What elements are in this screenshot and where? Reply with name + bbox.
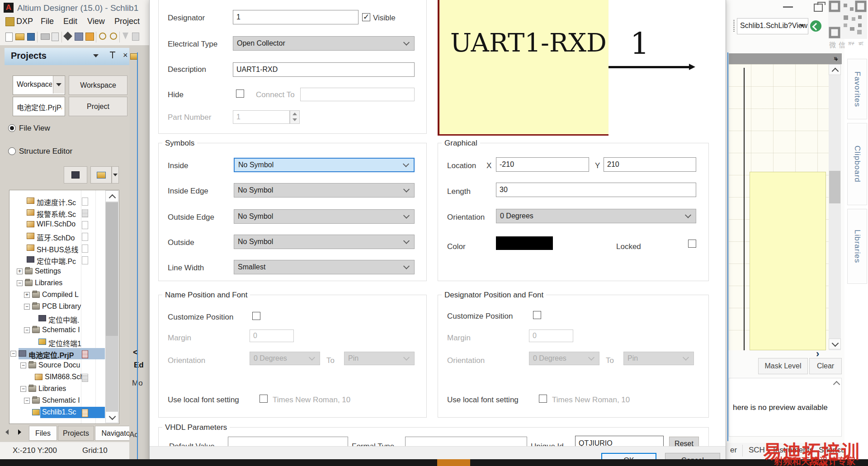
- use-local-font-checkbox[interactable]: [539, 395, 547, 403]
- tree-item-project[interactable]: − 电池定位.PrjP: [9, 348, 105, 360]
- menu-dxp[interactable]: DXP: [16, 17, 33, 26]
- tree-item[interactable]: WIFI.SchDo: [9, 219, 105, 231]
- tree-item[interactable]: 加速度计.Sc: [9, 195, 105, 207]
- zoom-out-icon[interactable]: [110, 33, 117, 40]
- workspace-button[interactable]: Workspace: [69, 75, 127, 95]
- expand-toggle[interactable]: +: [24, 292, 30, 298]
- window-icon[interactable]: [85, 33, 94, 41]
- library-icon[interactable]: [75, 33, 83, 41]
- tree-item[interactable]: 定位中端.Pc: [9, 254, 105, 266]
- expand-toggle[interactable]: −: [17, 280, 23, 286]
- clear-button[interactable]: Clear: [809, 358, 842, 374]
- tab-libraries[interactable]: Libraries: [847, 209, 867, 284]
- visible-checkbox[interactable]: [362, 13, 370, 21]
- tree-item[interactable]: 定位终端1: [9, 336, 105, 348]
- menu-sch[interactable]: SCH: [749, 446, 765, 455]
- open-document-button[interactable]: [90, 166, 112, 184]
- panel-menu-icon[interactable]: [93, 54, 99, 57]
- file-view-radio[interactable]: [8, 124, 16, 132]
- tab-scroll-left-icon[interactable]: [5, 429, 9, 435]
- expand-toggle[interactable]: −: [24, 304, 30, 310]
- expand-toggle[interactable]: −: [24, 327, 30, 333]
- new-document-icon[interactable]: [5, 33, 13, 42]
- inside-dropdown[interactable]: No Symbol: [234, 158, 415, 172]
- project-dropdown[interactable]: 电池定位.PrjPc: [13, 97, 65, 116]
- canvas-scroll-thumb[interactable]: [829, 171, 840, 203]
- margin-input[interactable]: 0: [250, 329, 294, 342]
- menu-file[interactable]: File: [41, 17, 54, 26]
- save-icon[interactable]: [27, 33, 35, 41]
- electrical-type-dropdown[interactable]: Open Collector: [233, 36, 415, 51]
- tree-item[interactable]: − Schematic I: [9, 395, 105, 407]
- tab-clipboard[interactable]: Clipboard: [847, 123, 867, 205]
- scroll-up-button[interactable]: [105, 190, 118, 202]
- mask-level-button[interactable]: Mask Level: [758, 358, 808, 374]
- name-orientation-dropdown[interactable]: 0 Degrees: [250, 352, 320, 365]
- tree-scrollbar[interactable]: [105, 190, 118, 423]
- expand-toggle[interactable]: −: [20, 386, 26, 392]
- tree-item[interactable]: − Libraries: [9, 383, 105, 395]
- structure-editor-radio[interactable]: [8, 147, 16, 155]
- name-to-dropdown[interactable]: Pin: [344, 352, 415, 365]
- tree-item[interactable]: − Libraries: [9, 278, 105, 289]
- tree-item[interactable]: SIM868.Sch: [9, 372, 105, 383]
- expand-toggle[interactable]: +: [17, 268, 23, 274]
- tree-item[interactable]: + Settings: [9, 266, 105, 278]
- view-3d-icon[interactable]: [63, 32, 72, 41]
- part-number-spinner[interactable]: [290, 110, 300, 124]
- workspace-dropdown[interactable]: Workspace: [13, 75, 65, 95]
- color-swatch[interactable]: [496, 236, 553, 250]
- menu-fragment[interactable]: er: [730, 446, 737, 455]
- tab-projects[interactable]: Projects: [58, 426, 94, 441]
- part-number-input[interactable]: 1: [233, 110, 290, 124]
- connect-to-input[interactable]: [300, 88, 415, 101]
- schematic-canvas[interactable]: [729, 64, 829, 350]
- expand-toggle[interactable]: −: [24, 398, 30, 404]
- designator-to-dropdown[interactable]: Pin: [623, 352, 694, 365]
- project-button[interactable]: Project: [69, 97, 127, 116]
- location-y-input[interactable]: 210: [604, 157, 696, 172]
- designator-orientation-dropdown[interactable]: 0 Degrees: [529, 352, 599, 365]
- collapse-up-icon[interactable]: [833, 381, 840, 388]
- zoom-in-icon[interactable]: [99, 33, 106, 40]
- tab-favorites[interactable]: Favorites: [847, 59, 867, 119]
- hide-checkbox[interactable]: [236, 89, 244, 98]
- menu-view[interactable]: View: [87, 17, 105, 26]
- workspace-dropdown-arrow[interactable]: [53, 76, 64, 94]
- customize-position-checkbox[interactable]: [252, 312, 260, 320]
- component-body[interactable]: [750, 172, 826, 350]
- line-width-dropdown[interactable]: Smallest: [234, 260, 415, 274]
- dropdown-arrow-icon[interactable]: [835, 59, 838, 61]
- cut-icon[interactable]: [123, 33, 128, 39]
- expand-toggle[interactable]: −: [10, 351, 16, 357]
- minimize-icon[interactable]: [783, 6, 793, 8]
- pin-icon[interactable]: [112, 52, 113, 58]
- compile-button[interactable]: [64, 166, 87, 184]
- copy-icon[interactable]: [132, 33, 139, 41]
- outside-dropdown[interactable]: No Symbol: [234, 235, 415, 249]
- tab-files[interactable]: Files: [29, 426, 57, 441]
- close-panel-icon[interactable]: ×: [123, 51, 128, 60]
- customize-position-checkbox[interactable]: [533, 311, 541, 319]
- description-input[interactable]: UART1-RXD: [233, 62, 415, 77]
- tree-item-selected[interactable]: Schlib1.Sc: [9, 407, 105, 419]
- tab-scroll-right-icon[interactable]: [18, 429, 21, 435]
- tree-item[interactable]: 报警系统.Sc: [9, 207, 105, 219]
- spinner-up-icon[interactable]: [292, 113, 297, 115]
- menu-project[interactable]: Project: [114, 17, 140, 26]
- expand-toggle[interactable]: −: [20, 362, 26, 368]
- print-icon[interactable]: [41, 33, 50, 40]
- print-preview-icon[interactable]: [52, 33, 59, 41]
- back-arrow-icon[interactable]: [810, 20, 821, 32]
- locked-checkbox[interactable]: [688, 240, 696, 248]
- tree-item[interactable]: SH-BUS总线: [9, 242, 105, 254]
- scroll-down-button[interactable]: [105, 411, 118, 423]
- length-input[interactable]: 30: [496, 183, 696, 197]
- inside-edge-dropdown[interactable]: No Symbol: [234, 183, 415, 198]
- tree-item[interactable]: − Schematic I: [9, 325, 105, 336]
- tree-item[interactable]: 定位中端.: [9, 313, 105, 325]
- designator-input[interactable]: 1: [233, 10, 359, 24]
- location-x-input[interactable]: -210: [496, 157, 589, 172]
- orientation-dropdown[interactable]: 0 Degrees: [496, 209, 696, 223]
- open-document-arrow[interactable]: [112, 166, 119, 184]
